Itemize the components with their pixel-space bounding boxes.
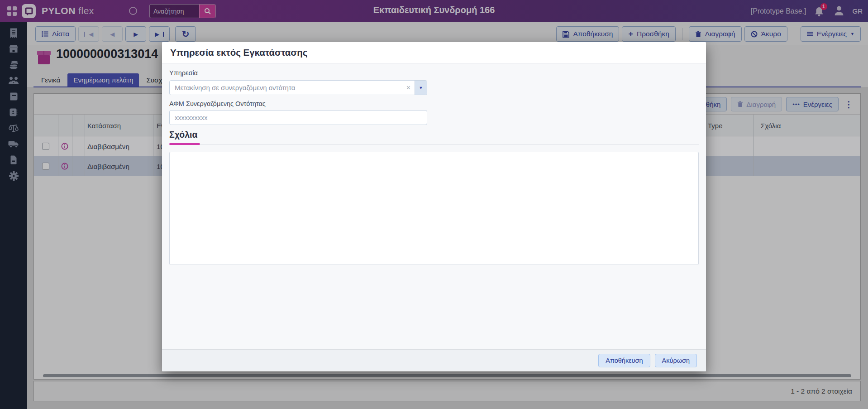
vat-field-label: ΑΦΜ Συνεργαζόμενης Οντότητας <box>169 100 266 107</box>
service-field-label: Υπηρεσία <box>169 69 198 77</box>
chevron-down-icon: ▼ <box>419 86 423 90</box>
dialog-save-button[interactable]: Αποθήκευση <box>598 354 650 367</box>
dialog-footer: Αποθήκευση Ακύρωση <box>162 349 706 371</box>
comments-textarea[interactable] <box>169 152 699 265</box>
dialog-header: Υπηρεσία εκτός Εγκατάστασης <box>162 42 706 63</box>
dialog-cancel-button[interactable]: Ακύρωση <box>655 354 697 367</box>
clear-icon[interactable]: × <box>406 81 410 95</box>
dialog-title: Υπηρεσία εκτός Εγκατάστασης <box>170 47 308 58</box>
dropdown-button[interactable]: ▼ <box>415 81 427 95</box>
service-combobox-value: Μετακίνηση σε συνεργαζόμενη οντότητα <box>175 81 295 95</box>
dialog-footer-buttons: Αποθήκευση Ακύρωση <box>598 354 697 367</box>
service-combobox[interactable]: Μετακίνηση σε συνεργαζόμενη οντότητα × ▼ <box>169 80 427 95</box>
vat-input[interactable] <box>169 110 427 125</box>
section-accent-bar <box>169 143 200 145</box>
comments-section-title: Σχόλια <box>169 130 197 140</box>
section-divider <box>169 144 699 144</box>
service-dialog: Υπηρεσία εκτός Εγκατάστασης Υπηρεσία Μετ… <box>162 42 706 371</box>
